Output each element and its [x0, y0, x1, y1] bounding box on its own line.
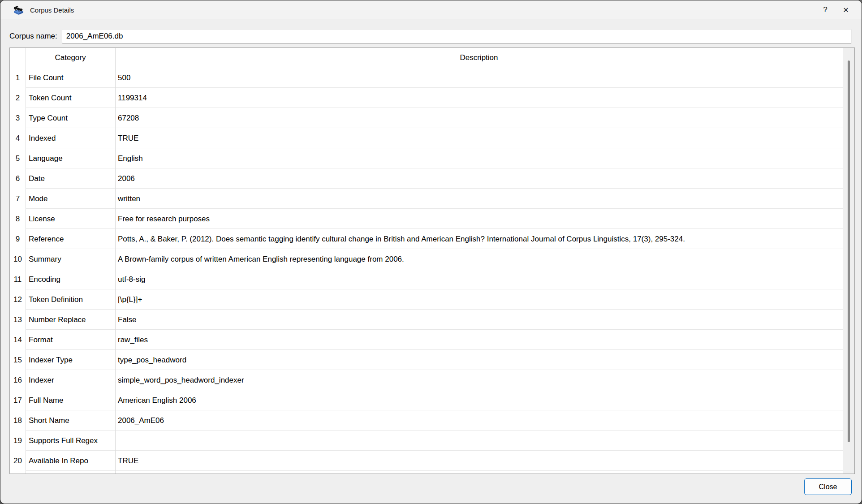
row-number-cell: 12	[10, 295, 26, 304]
corpus-name-row: Corpus name:	[9, 29, 852, 43]
description-cell: TRUE	[115, 457, 843, 465]
table-row[interactable]: 15 Indexer Type type_pos_headword	[10, 350, 843, 370]
category-cell: Available In Repo	[26, 457, 115, 465]
scrollbar-thumb[interactable]	[848, 60, 850, 442]
category-cell: Format	[26, 336, 115, 345]
category-cell: Supports Full Regex	[26, 436, 115, 445]
table-row[interactable]: 14 Format raw_files	[10, 330, 843, 350]
table-row[interactable]: 16 Indexer simple_word_pos_headword_inde…	[10, 370, 843, 390]
table-row[interactable]: 7 Mode written	[10, 189, 843, 209]
corpus-name-label: Corpus name:	[9, 32, 57, 41]
description-cell: 500	[115, 73, 843, 82]
row-number-cell: 20	[10, 457, 26, 465]
row-number-cell: 17	[10, 396, 26, 405]
table-row[interactable]: 17 Full Name American English 2006	[10, 390, 843, 410]
row-number-cell: 18	[10, 416, 26, 425]
category-cell: Language	[26, 154, 115, 163]
row-number-cell: 9	[10, 235, 26, 244]
window-title: Corpus Details	[30, 6, 74, 14]
description-cell: 1199314	[115, 94, 843, 103]
table-row[interactable]: 20 Available In Repo TRUE	[10, 451, 843, 471]
table-header-row: Category Description	[10, 48, 843, 68]
description-cell: A Brown-family corpus of written America…	[115, 255, 843, 264]
corpus-details-table: Category Description 1 File Count 500 2 …	[9, 47, 855, 474]
close-icon[interactable]: ✕	[836, 0, 856, 19]
table-row[interactable]: 9 Reference Potts, A., & Baker, P. (2012…	[10, 229, 843, 249]
row-number-cell: 1	[10, 73, 26, 82]
description-cell: Potts, A., & Baker, P. (2012). Does sema…	[115, 235, 843, 244]
table-grid: Category Description 1 File Count 500 2 …	[10, 48, 843, 474]
row-number-cell: 6	[10, 174, 26, 183]
row-number-cell: 4	[10, 134, 26, 143]
help-icon[interactable]: ?	[815, 0, 836, 19]
description-cell: English	[115, 154, 843, 163]
category-cell: License	[26, 215, 115, 224]
table-row[interactable]: 4 Indexed TRUE	[10, 128, 843, 148]
column-divider	[115, 48, 116, 474]
category-cell: Indexer Type	[26, 356, 115, 365]
category-cell: Token Definition	[26, 295, 115, 304]
table-row[interactable]: 10 Summary A Brown-family corpus of writ…	[10, 249, 843, 269]
row-number-cell: 5	[10, 154, 26, 163]
category-cell: Summary	[26, 255, 115, 264]
row-number-cell: 3	[10, 114, 26, 123]
table-row[interactable]: 13 Number Replace False	[10, 310, 843, 330]
table-row[interactable]: 2 Token Count 1199314	[10, 88, 843, 108]
corpus-details-dialog: Corpus Details ? ✕ Corpus name: Category…	[0, 0, 862, 504]
description-cell: [\p{L}]+	[115, 295, 843, 304]
table-body: 1 File Count 500 2 Token Count 1199314 3…	[10, 68, 843, 471]
category-cell: Short Name	[26, 416, 115, 425]
category-cell: Number Replace	[26, 315, 115, 324]
table-row[interactable]: 6 Date 2006	[10, 168, 843, 189]
category-cell: Full Name	[26, 396, 115, 405]
row-number-cell: 19	[10, 436, 26, 445]
category-cell: Token Count	[26, 94, 115, 103]
table-row[interactable]: 18 Short Name 2006_AmE06	[10, 410, 843, 431]
antconc-app-icon	[12, 4, 25, 16]
row-number-cell: 14	[10, 336, 26, 345]
description-cell: American English 2006	[115, 396, 843, 405]
description-cell: utf-8-sig	[115, 275, 843, 284]
description-cell: type_pos_headword	[115, 356, 843, 365]
description-cell: written	[115, 194, 843, 203]
description-cell: 2006	[115, 174, 843, 183]
row-number-cell: 2	[10, 94, 26, 103]
category-cell: Indexed	[26, 134, 115, 143]
table-row[interactable]: 11 Encoding utf-8-sig	[10, 269, 843, 289]
description-cell: simple_word_pos_headword_indexer	[115, 376, 843, 385]
category-cell: Mode	[26, 194, 115, 203]
category-cell: File Count	[26, 73, 115, 82]
description-cell: TRUE	[115, 134, 843, 143]
row-number-cell: 10	[10, 255, 26, 264]
description-cell: False	[115, 315, 843, 324]
category-cell: Encoding	[26, 275, 115, 284]
table-row[interactable]: 19 Supports Full Regex	[10, 431, 843, 451]
column-divider	[26, 48, 26, 474]
description-cell: raw_files	[115, 336, 843, 345]
table-row[interactable]: 1 File Count 500	[10, 68, 843, 88]
description-cell: 67208	[115, 114, 843, 123]
titlebar: Corpus Details ? ✕	[0, 0, 862, 19]
close-button[interactable]: Close	[804, 478, 852, 495]
category-cell: Date	[26, 174, 115, 183]
row-number-cell: 8	[10, 215, 26, 224]
table-row[interactable]: 3 Type Count 67208	[10, 108, 843, 128]
category-header: Category	[26, 53, 115, 62]
table-row[interactable]: 8 License Free for research purposes	[10, 209, 843, 229]
corpus-name-input[interactable]	[62, 29, 852, 43]
description-cell: Free for research purposes	[115, 215, 843, 224]
row-number-cell: 15	[10, 356, 26, 365]
row-separator	[26, 470, 843, 471]
row-number-cell: 16	[10, 376, 26, 385]
row-number-cell: 13	[10, 315, 26, 324]
description-header: Description	[115, 53, 843, 62]
category-cell: Indexer	[26, 376, 115, 385]
row-number-cell: 7	[10, 194, 26, 203]
category-cell: Type Count	[26, 114, 115, 123]
category-cell: Reference	[26, 235, 115, 244]
table-row[interactable]: 5 Language English	[10, 148, 843, 168]
row-number-cell: 11	[10, 275, 26, 284]
table-row[interactable]: 12 Token Definition [\p{L}]+	[10, 289, 843, 310]
vertical-scrollbar[interactable]	[843, 48, 854, 474]
description-cell: 2006_AmE06	[115, 416, 843, 425]
